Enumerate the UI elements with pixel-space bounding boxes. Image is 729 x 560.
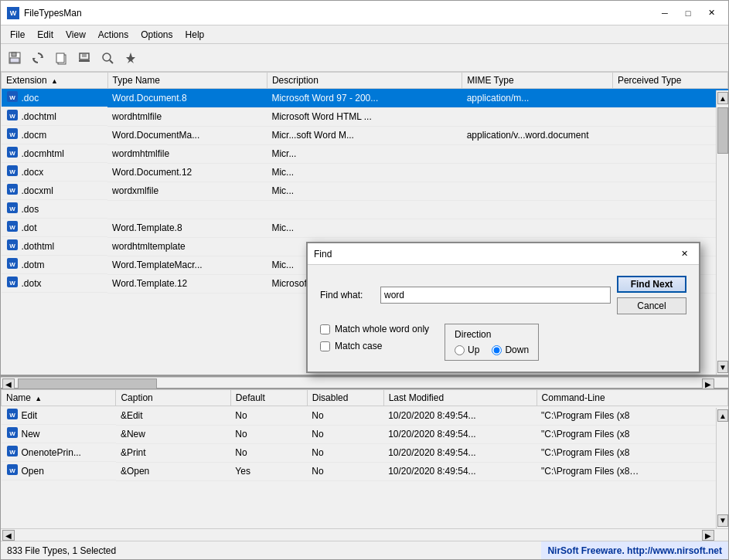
lower-table-container: Name ▲ Caption Default Disabled <box>1 389 728 528</box>
svg-marker-13 <box>126 53 135 63</box>
cell-perceived <box>612 182 727 200</box>
lower-table-wrapper[interactable]: Name ▲ Caption Default Disabled <box>1 389 728 528</box>
col-header-perceived[interactable]: Perceived Type <box>612 73 727 89</box>
toolbar-search[interactable] <box>97 47 118 69</box>
lower-table-row[interactable]: WOpen&OpenYesNo10/20/2020 8:49:54..."C:\… <box>2 462 728 480</box>
cell-lastmod: 10/20/2020 8:49:54... <box>383 462 537 480</box>
menu-file[interactable]: File <box>4 28 31 42</box>
hscroll-right-arrow[interactable]: ▶ <box>702 378 714 389</box>
cell-lastmod: 10/20/2020 8:49:54... <box>383 425 537 443</box>
status-left: 833 File Types, 1 Selected <box>1 545 541 556</box>
col-header-desc[interactable]: Description <box>267 73 462 89</box>
upper-table-row[interactable]: W.docmWord.DocumentMa...Micr...soft Word… <box>2 126 728 144</box>
match-whole-word-checkbox[interactable] <box>320 324 330 334</box>
match-case-checkbox[interactable] <box>320 341 330 351</box>
upper-hscroll[interactable]: ◀ ▶ <box>1 377 728 389</box>
cell-ext: W.doc <box>2 89 108 107</box>
toolbar-save[interactable] <box>4 47 26 69</box>
lower-table-row[interactable]: WNew&NewNoNo10/20/2020 8:49:54..."C:\Pro… <box>2 425 728 443</box>
cell-ext: W.dotm <box>2 256 108 274</box>
lower-hscroll-right[interactable]: ▶ <box>702 530 714 541</box>
action-icon: W <box>6 445 22 460</box>
col-header-disabled[interactable]: Disabled <box>307 390 383 406</box>
cell-default: No <box>230 425 307 443</box>
direction-radios: Up Down <box>455 344 529 355</box>
upper-table-row[interactable]: W.dos <box>2 200 728 219</box>
lower-hscroll[interactable]: ◀ ▶ <box>1 528 728 541</box>
col-header-cmdline[interactable]: Command-Line <box>537 390 727 406</box>
toolbar-pin[interactable] <box>120 47 141 69</box>
scroll-thumb-upper[interactable] <box>717 107 728 154</box>
direction-down-radio[interactable] <box>492 345 502 355</box>
lower-table-row[interactable]: WOnenotePrin...&PrintNoNo10/20/2020 8:49… <box>2 443 728 462</box>
cell-desc: Microsoft Word HTML ... <box>267 107 462 126</box>
lower-table-row[interactable]: WEdit&EditNoNo10/20/2020 8:49:54..."C:\P… <box>2 406 728 426</box>
cancel-button[interactable]: Cancel <box>617 297 686 314</box>
col-header-lastmod[interactable]: Last Modified <box>383 390 537 406</box>
options-row: Match whole word only Match case Directi… <box>320 324 686 361</box>
toolbar-edit[interactable] <box>73 47 95 69</box>
file-type-icon: W <box>6 146 22 161</box>
direction-up-radio[interactable] <box>455 345 465 355</box>
match-whole-word-label[interactable]: Match whole word only <box>335 324 429 334</box>
scroll-up-arrow[interactable]: ▲ <box>717 92 728 104</box>
menu-edit[interactable]: Edit <box>31 28 60 42</box>
file-type-icon: W <box>6 109 22 124</box>
upper-table-row[interactable]: W.docxmlwordxmlfileMic... <box>2 182 728 200</box>
cell-perceived <box>612 107 727 126</box>
col-header-typename[interactable]: Type Name <box>107 73 267 89</box>
find-next-button[interactable]: Find Next <box>617 276 686 293</box>
direction-up-label[interactable]: Up <box>455 344 479 355</box>
scroll-down-arrow[interactable]: ▼ <box>717 361 728 373</box>
cell-typename: Word.Template.12 <box>107 274 267 293</box>
hscroll-left-arrow[interactable]: ◀ <box>2 378 15 389</box>
close-button[interactable]: ✕ <box>700 5 722 21</box>
col-header-name[interactable]: Name ▲ <box>2 390 116 406</box>
cell-mime <box>462 163 613 182</box>
upper-table-row[interactable]: W.dochtmlwordhtmlfileMicrosoft Word HTML… <box>2 107 728 126</box>
cell-name: WNew <box>2 425 116 443</box>
svg-point-11 <box>103 53 111 61</box>
cell-mime <box>462 200 613 219</box>
cell-desc <box>267 200 462 219</box>
menu-view[interactable]: View <box>60 28 92 42</box>
minimize-button[interactable]: ─ <box>654 5 676 21</box>
svg-line-12 <box>110 60 113 63</box>
col-header-caption[interactable]: Caption <box>116 390 230 406</box>
upper-vscroll[interactable]: ▲ ▼ <box>716 90 728 375</box>
cell-typename: Word.Document.8 <box>107 89 267 108</box>
lower-scroll-down[interactable]: ▼ <box>717 514 728 527</box>
lower-scroll-up[interactable]: ▲ <box>717 409 728 422</box>
find-what-input[interactable] <box>380 287 611 304</box>
match-whole-word-row: Match whole word only <box>320 324 429 334</box>
upper-table-row[interactable]: W.docWord.Document.8Microsoft Word 97 - … <box>2 89 728 108</box>
toolbar-copy[interactable] <box>50 47 72 69</box>
upper-table-row[interactable]: W.docmhtmlwordmhtmlfileMicr... <box>2 144 728 163</box>
col-header-default[interactable]: Default <box>230 390 307 406</box>
dialog-close-button[interactable]: ✕ <box>676 247 693 261</box>
menu-options[interactable]: Options <box>135 28 179 42</box>
lower-vscroll[interactable]: ▲ ▼ <box>716 408 728 528</box>
upper-table-row[interactable]: W.docxWord.Document.12Mic... <box>2 163 728 182</box>
cell-caption: &Edit <box>116 406 230 426</box>
match-case-label[interactable]: Match case <box>335 341 382 351</box>
cell-mime: application/v...word.document <box>462 126 613 144</box>
lower-hscroll-left[interactable]: ◀ <box>2 530 15 541</box>
dialog-buttons: Find Next Cancel <box>617 276 686 314</box>
col-header-ext[interactable]: Extension ▲ <box>2 73 108 89</box>
cell-typename: Word.TemplateMacr... <box>107 256 267 274</box>
menu-actions[interactable]: Actions <box>92 28 135 42</box>
upper-table-row[interactable]: W.dotWord.Template.8Mic... <box>2 219 728 237</box>
cell-disabled: No <box>307 406 383 426</box>
col-header-mime[interactable]: MIME Type <box>462 73 613 89</box>
menu-help[interactable]: Help <box>179 28 211 42</box>
cell-caption: &Print <box>116 443 230 462</box>
direction-box: Direction Up Down <box>445 324 539 361</box>
toolbar-refresh[interactable] <box>27 47 49 69</box>
cell-perceived <box>612 219 727 237</box>
hscroll-thumb-upper[interactable] <box>18 378 157 389</box>
status-bar: 833 File Types, 1 Selected NirSoft Freew… <box>1 541 728 559</box>
direction-down-label[interactable]: Down <box>492 344 529 355</box>
maximize-button[interactable]: □ <box>677 5 699 21</box>
find-what-label: Find what: <box>320 290 374 300</box>
